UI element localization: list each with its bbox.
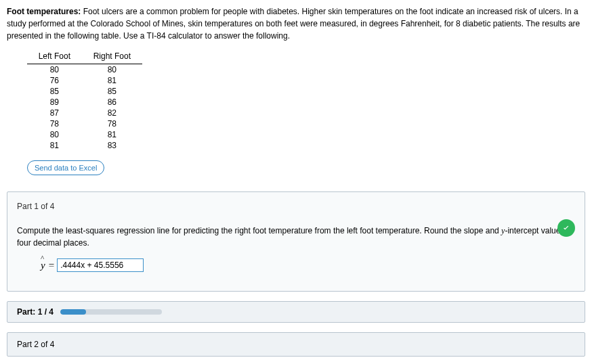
intro-bold: Foot temperatures: <box>7 7 81 16</box>
data-table: Left Foot Right Foot 8080 7681 8585 8986… <box>27 49 142 151</box>
part1-container: Part 1 of 4 Compute the least-squares re… <box>7 191 585 292</box>
table-row: 7681 <box>27 75 142 86</box>
part2-header: Part 2 of 4 <box>7 332 585 357</box>
progress-fill <box>60 309 86 315</box>
table-row: 7878 <box>27 118 142 129</box>
send-to-excel-button[interactable]: Send data to Excel <box>27 160 104 175</box>
intro-paragraph: Foot temperatures: Foot ulcers are a com… <box>7 5 585 42</box>
progress-bar: Part: 1 / 4 <box>7 301 585 323</box>
table-row: 8986 <box>27 97 142 108</box>
table-row: 8782 <box>27 108 142 118</box>
table-row: 8585 <box>27 86 142 97</box>
table-row: 8081 <box>27 129 142 140</box>
part1-header: Part 1 of 4 <box>17 202 575 211</box>
table-row: 8080 <box>27 64 142 76</box>
regression-answer-input[interactable] <box>57 258 144 272</box>
part1-prompt: Compute the least-squares regression lin… <box>17 225 575 249</box>
correct-check-icon <box>557 219 575 237</box>
intro-text: Foot ulcers are a common problem for peo… <box>7 7 580 41</box>
col-header-right: Right Foot <box>82 49 142 64</box>
table-row: 8183 <box>27 140 142 151</box>
progress-label: Part: 1 / 4 <box>17 307 54 317</box>
col-header-left: Left Foot <box>27 49 82 64</box>
progress-track <box>60 309 162 315</box>
regression-equation: y = <box>40 258 575 272</box>
y-hat-symbol: y <box>40 260 46 271</box>
equals-sign: = <box>49 260 54 271</box>
